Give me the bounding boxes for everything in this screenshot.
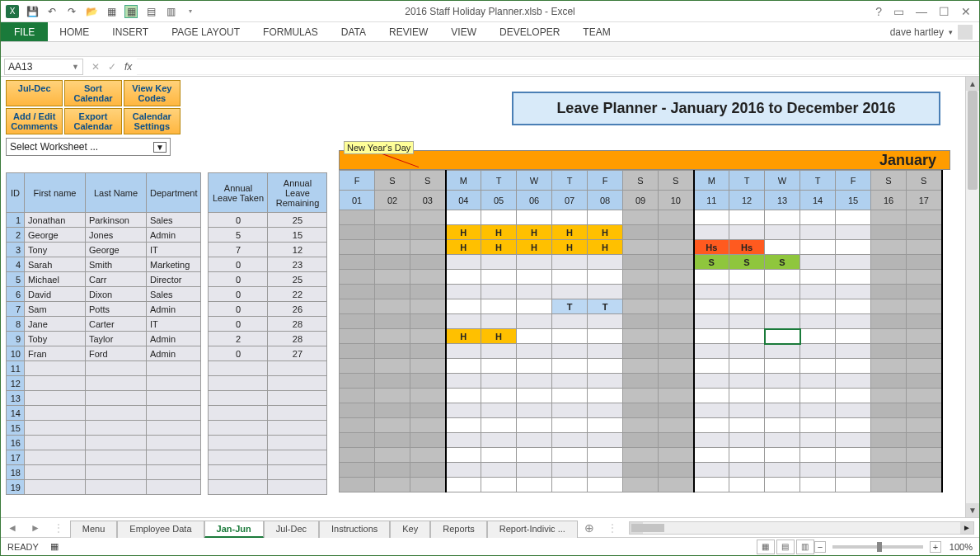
calendar-cell[interactable] <box>517 255 552 270</box>
calendar-row[interactable] <box>340 389 942 403</box>
close-icon[interactable]: ✕ <box>961 5 971 18</box>
calendar-cell[interactable] <box>659 403 694 418</box>
zoom-in-button[interactable]: + <box>930 541 941 553</box>
employee-row-empty[interactable]: 14 <box>7 406 327 421</box>
calendar-cell[interactable] <box>552 433 588 448</box>
calendar-cell[interactable] <box>871 344 907 359</box>
calendar-cell[interactable] <box>836 225 871 240</box>
name-box[interactable]: AA13 ▼ <box>4 59 83 75</box>
calendar-cell[interactable] <box>340 329 375 344</box>
minimize-icon[interactable]: — <box>916 5 927 18</box>
undo-icon[interactable]: ↶ <box>45 5 59 18</box>
employee-row[interactable]: 1JonathanParkinsonSales025 <box>7 213 327 228</box>
calendar-cell[interactable] <box>907 359 942 374</box>
calendar-cell[interactable] <box>446 418 481 433</box>
calendar-cell[interactable] <box>623 240 659 255</box>
calendar-cell[interactable]: T <box>588 299 623 314</box>
view-layout-icon[interactable]: ▤ <box>776 540 795 554</box>
calendar-cell[interactable] <box>907 285 942 299</box>
calendar-cell[interactable] <box>446 270 481 285</box>
ribbon-options-icon[interactable]: ▭ <box>893 5 904 18</box>
ribbon-tab-home[interactable]: HOME <box>48 22 101 41</box>
calendar-cell[interactable] <box>446 210 481 225</box>
calendar-row[interactable] <box>340 344 942 359</box>
calendar-row[interactable]: HH <box>340 329 942 344</box>
calendar-cell[interactable] <box>375 285 410 299</box>
col-remain[interactable]: Annual Leave Remaining <box>268 173 327 213</box>
enter-icon[interactable]: ✓ <box>108 61 116 73</box>
calendar-cell[interactable] <box>659 418 694 433</box>
calendar-cell[interactable] <box>836 240 871 255</box>
hscroll-thumb[interactable] <box>631 524 664 532</box>
col-taken[interactable]: Annual Leave Taken <box>209 173 268 213</box>
help-icon[interactable]: ? <box>875 5 882 18</box>
calendar-cell[interactable] <box>871 285 907 299</box>
calendar-cell[interactable] <box>836 403 871 418</box>
calendar-cell[interactable] <box>552 403 588 418</box>
calendar-cell[interactable] <box>765 285 800 299</box>
calendar-cell[interactable] <box>907 433 942 448</box>
calendar-cell[interactable] <box>340 270 375 285</box>
calendar-cell[interactable]: T <box>552 299 588 314</box>
calendar-cell[interactable] <box>481 448 517 463</box>
calendar-cell[interactable]: S <box>729 255 765 270</box>
calendar-cell[interactable] <box>659 270 694 285</box>
calendar-cell[interactable] <box>659 255 694 270</box>
calendar-cell[interactable] <box>694 314 729 329</box>
calendar-cell[interactable] <box>481 374 517 389</box>
panel-button-export-calendar[interactable]: Export Calendar <box>64 108 121 134</box>
chevron-down-icon[interactable]: ▼ <box>72 63 79 71</box>
calendar-cell[interactable] <box>410 255 446 270</box>
calendar-cell[interactable] <box>340 314 375 329</box>
calendar-cell[interactable] <box>375 255 410 270</box>
calendar-cell[interactable] <box>517 329 552 344</box>
calendar-cell[interactable]: H <box>446 329 481 344</box>
calendar-cell[interactable] <box>659 433 694 448</box>
calendar-cell[interactable] <box>552 359 588 374</box>
calendar-cell[interactable]: H <box>481 329 517 344</box>
calendar-cell[interactable] <box>800 329 836 344</box>
calendar-cell[interactable]: H <box>517 225 552 240</box>
calendar-cell[interactable] <box>623 433 659 448</box>
calendar-cell[interactable] <box>659 463 694 478</box>
save-icon[interactable]: 💾 <box>26 5 39 18</box>
calendar-cell[interactable] <box>800 478 836 492</box>
calendar-cell[interactable] <box>659 225 694 240</box>
calendar-row[interactable]: HHHHHHsHs <box>340 240 942 255</box>
calendar-cell[interactable] <box>800 240 836 255</box>
calendar-cell[interactable] <box>375 463 410 478</box>
calendar-cell[interactable] <box>907 225 942 240</box>
calendar-cell[interactable] <box>800 403 836 418</box>
calendar-cell[interactable] <box>836 255 871 270</box>
calendar-cell[interactable] <box>588 418 623 433</box>
calendar-cell[interactable] <box>836 299 871 314</box>
calendar-cell[interactable] <box>552 478 588 492</box>
calendar-cell[interactable] <box>694 344 729 359</box>
calendar-cell[interactable] <box>800 299 836 314</box>
qat-icon-2[interactable]: ▦ <box>124 5 138 18</box>
cancel-icon[interactable]: ✕ <box>91 61 100 73</box>
calendar-cell[interactable] <box>729 344 765 359</box>
calendar-cell[interactable] <box>765 359 800 374</box>
calendar-cell[interactable] <box>694 299 729 314</box>
calendar-cell[interactable] <box>836 329 871 344</box>
calendar-cell[interactable] <box>517 389 552 403</box>
calendar-cell[interactable] <box>375 389 410 403</box>
employee-row-empty[interactable]: 18 <box>7 465 327 480</box>
calendar-cell[interactable] <box>340 255 375 270</box>
calendar-cell[interactable] <box>517 270 552 285</box>
calendar-cell[interactable] <box>375 240 410 255</box>
calendar-cell[interactable] <box>446 433 481 448</box>
calendar-cell[interactable] <box>694 225 729 240</box>
calendar-cell[interactable] <box>446 463 481 478</box>
calendar-cell[interactable] <box>907 329 942 344</box>
sheet-tab-reports[interactable]: Reports <box>430 521 487 538</box>
calendar-cell[interactable] <box>907 374 942 389</box>
calendar-row[interactable]: SSS <box>340 255 942 270</box>
calendar-cell[interactable] <box>659 389 694 403</box>
calendar-cell[interactable] <box>623 389 659 403</box>
qat-icon-1[interactable]: ▦ <box>105 5 118 18</box>
calendar-cell[interactable] <box>907 299 942 314</box>
scroll-up-icon[interactable]: ▲ <box>966 77 979 91</box>
calendar-cell[interactable] <box>410 344 446 359</box>
